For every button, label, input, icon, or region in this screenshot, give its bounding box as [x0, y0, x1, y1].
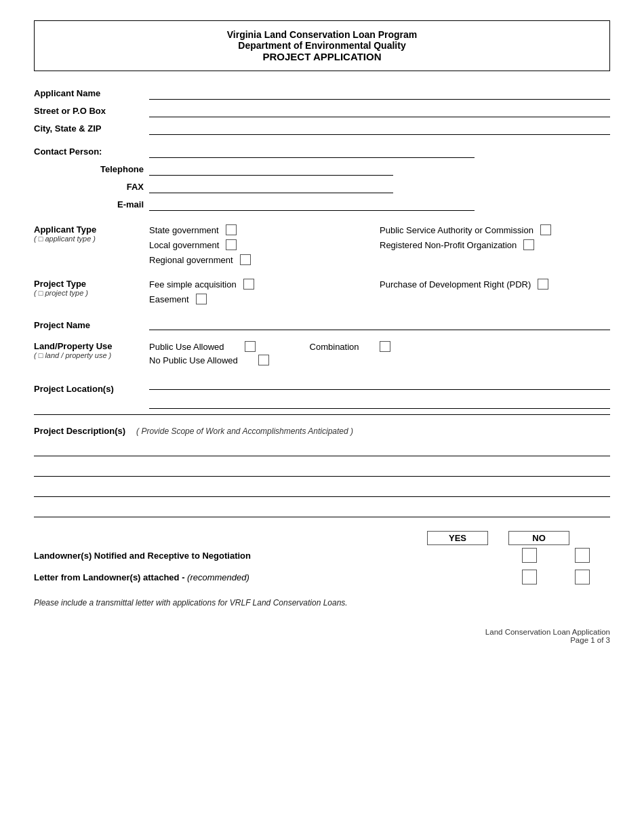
project-locations-input-2[interactable]	[149, 397, 610, 409]
letter-attached-yes-checkbox[interactable]	[522, 570, 537, 584]
project-type-pdr-checkbox[interactable]	[538, 279, 548, 290]
applicant-name-label: Applicant Name	[34, 88, 149, 100]
project-locations-label-col: Project Location(s)	[34, 384, 149, 394]
applicant-type-section: Applicant Type ( □ applicant type ) Stat…	[34, 224, 610, 269]
applicant-type-sublabel: ( □ applicant type )	[34, 235, 144, 243]
fax-input[interactable]	[149, 181, 393, 193]
divider-1	[34, 414, 610, 415]
applicant-type-nonprofit-row: Registered Non-Profit Organization	[380, 239, 610, 250]
yes-header: YES	[427, 531, 488, 545]
combination-label: Combination	[310, 342, 359, 352]
project-type-sublabel: ( □ project type )	[34, 289, 144, 297]
project-description-line-2[interactable]	[34, 462, 610, 477]
street-po-row: Street or P.O Box	[34, 105, 610, 117]
project-type-pdr-row: Purchase of Development Right (PDR)	[380, 279, 610, 290]
project-type-section: Project Type ( □ project type ) Fee simp…	[34, 279, 610, 309]
applicant-type-local-checkbox[interactable]	[226, 239, 237, 250]
landowner-notified-row: Landowner(s) Notified and Receptive to N…	[34, 548, 610, 563]
land-use-row1: Public Use Allowed Combination	[149, 341, 610, 352]
yes-no-section: YES NO Landowner(s) Notified and Recepti…	[34, 531, 610, 584]
applicant-type-state-row: State government	[149, 224, 380, 235]
city-state-zip-input[interactable]	[149, 123, 610, 135]
landowner-notified-yes-checkbox[interactable]	[522, 548, 537, 563]
land-property-use-label-col: Land/Property Use ( □ land / property us…	[34, 341, 149, 359]
land-property-use-label: Land/Property Use	[34, 341, 144, 351]
landowner-notified-no-checkbox[interactable]	[575, 548, 590, 563]
applicant-type-cols: State government Local government Region…	[149, 224, 610, 269]
telephone-label: Telephone	[34, 164, 149, 176]
project-description-line-1[interactable]	[34, 441, 610, 456]
project-type-easement-row: Easement	[149, 294, 380, 304]
telephone-row: Telephone	[34, 163, 610, 176]
fax-label: FAX	[34, 182, 149, 193]
letter-attached-row: Letter from Landowner(s) attached - (rec…	[34, 570, 610, 584]
applicant-type-regional-checkbox[interactable]	[240, 254, 251, 265]
land-property-use-section: Land/Property Use ( □ land / property us…	[34, 341, 610, 368]
land-use-row2: No Public Use Allowed	[149, 355, 610, 365]
city-state-zip-row: City, State & ZIP	[34, 123, 610, 135]
project-type-easement-label: Easement	[149, 294, 189, 304]
project-type-fee-row: Fee simple acquisition	[149, 279, 380, 290]
combination-checkbox[interactable]	[380, 341, 390, 352]
applicant-type-state-label: State government	[149, 225, 219, 235]
header-line3: PROJECT APPLICATION	[48, 51, 596, 62]
header-box: Virginia Land Conservation Loan Program …	[34, 20, 610, 71]
project-type-content: Fee simple acquisition Easement Purchase…	[149, 279, 610, 309]
project-name-content	[149, 318, 610, 330]
project-type-left: Fee simple acquisition Easement	[149, 279, 380, 309]
yes-no-header: YES NO	[34, 531, 610, 545]
project-locations-section: Project Location(s)	[34, 378, 610, 394]
applicant-type-content: State government Local government Region…	[149, 224, 610, 269]
applicant-type-psa-checkbox[interactable]	[540, 224, 551, 235]
applicant-type-label-col: Applicant Type ( □ applicant type )	[34, 224, 149, 243]
letter-attached-boxes	[522, 570, 610, 584]
no-public-use-checkbox[interactable]	[258, 355, 269, 365]
project-description-label: Project Description(s)	[34, 426, 125, 436]
page-footer: Land Conservation Loan Application Page …	[34, 628, 610, 644]
telephone-input[interactable]	[149, 163, 393, 176]
applicant-type-psa-label: Public Service Authority or Commission	[380, 225, 534, 235]
project-name-input[interactable]	[149, 318, 610, 330]
street-po-input[interactable]	[149, 105, 610, 117]
project-description-sublabel: ( Provide Scope of Work and Accomplishme…	[136, 426, 353, 436]
public-use-allowed-checkbox[interactable]	[245, 341, 256, 352]
project-description-line-3[interactable]	[34, 482, 610, 497]
applicant-type-state-checkbox[interactable]	[226, 224, 237, 235]
contact-person-input[interactable]	[149, 146, 475, 158]
public-use-allowed-label: Public Use Allowed	[149, 342, 224, 352]
applicant-type-nonprofit-label: Registered Non-Profit Organization	[380, 240, 517, 250]
applicant-type-left: State government Local government Region…	[149, 224, 380, 269]
project-type-fee-label: Fee simple acquisition	[149, 279, 237, 290]
project-locations-extra	[34, 397, 610, 409]
applicant-type-regional-label: Regional government	[149, 255, 233, 265]
email-row: E-mail	[34, 199, 610, 211]
project-type-fee-checkbox[interactable]	[243, 279, 254, 290]
applicant-type-right: Public Service Authority or Commission R…	[380, 224, 610, 269]
project-name-section: Project Name	[34, 318, 610, 330]
email-label: E-mail	[34, 199, 149, 211]
footer-note: Please include a transmittal letter with…	[34, 598, 610, 608]
project-type-pdr-label: Purchase of Development Right (PDR)	[380, 279, 531, 290]
project-type-easement-checkbox[interactable]	[196, 294, 207, 304]
applicant-type-nonprofit-checkbox[interactable]	[523, 239, 534, 250]
land-property-use-sublabel: ( □ land / property use )	[34, 351, 144, 359]
email-input[interactable]	[149, 199, 475, 211]
landowner-notified-label: Landowner(s) Notified and Receptive to N…	[34, 551, 522, 561]
page-footer-line2: Page 1 of 3	[34, 636, 610, 644]
project-locations-content	[149, 378, 610, 394]
applicant-name-input[interactable]	[149, 87, 610, 100]
project-type-right: Purchase of Development Right (PDR)	[380, 279, 610, 309]
applicant-type-label: Applicant Type	[34, 224, 144, 235]
header-line2: Department of Environmental Quality	[48, 40, 596, 51]
project-name-label-col: Project Name	[34, 320, 149, 330]
applicant-type-psa-row: Public Service Authority or Commission	[380, 224, 610, 235]
fax-row: FAX	[34, 181, 610, 193]
letter-attached-label: Letter from Landowner(s) attached - (rec…	[34, 572, 522, 582]
no-public-use-label: No Public Use Allowed	[149, 355, 238, 365]
project-description-line-4[interactable]	[34, 502, 610, 517]
city-state-zip-label: City, State & ZIP	[34, 123, 149, 135]
project-name-label: Project Name	[34, 320, 144, 330]
project-locations-input-1[interactable]	[149, 378, 610, 390]
applicant-type-local-label: Local government	[149, 240, 219, 250]
letter-attached-no-checkbox[interactable]	[575, 570, 590, 584]
